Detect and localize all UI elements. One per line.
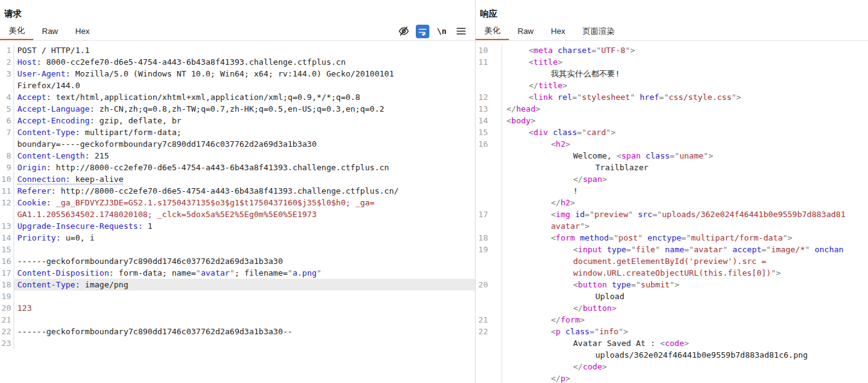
request-tab-raw[interactable]: Raw [33, 22, 67, 40]
code-row[interactable]: 14<body> [476, 115, 868, 126]
code-row[interactable]: 4Accept: text/html,application/xhtml+xml… [0, 91, 475, 103]
code-token: boundary=----geckoformboundary7c890dd174… [17, 139, 316, 149]
response-editor[interactable]: 10<meta charset="UTF-8">11<title>我其实什么都不… [476, 41, 868, 383]
code-row[interactable]: 14Priority: u=0, i [0, 232, 475, 244]
code-row[interactable]: 9Origin: http://8000-cc2efe70-d6e5-4754-… [0, 162, 475, 173]
code-row[interactable]: 18Content-Type: image/png [0, 279, 475, 290]
code-line-content: </button> [502, 302, 868, 314]
code-row[interactable]: 11Referer: http://8000-cc2efe70-d6e5-475… [0, 185, 475, 197]
code-line-content: Content-Disposition: form-data; name="av… [14, 267, 475, 279]
code-row[interactable]: 22------geckoformboundary7c890dd1746c037… [0, 326, 475, 337]
code-row[interactable]: 17Content-Disposition: form-data; name="… [0, 267, 475, 279]
code-token: Referer [17, 186, 51, 196]
code-token: div [534, 128, 548, 137]
code-row[interactable]: 17<img id="preview" src="uploads/362e024… [476, 208, 868, 220]
code-row[interactable]: GA1.1.2055634502.1748020108; _clck=5dox5… [0, 208, 475, 220]
request-tab-hex[interactable]: Hex [67, 22, 98, 40]
code-row[interactable]: 20123 [0, 302, 475, 314]
response-tab-hex[interactable]: Hex [542, 22, 574, 40]
code-token: : zh-CN,zh;q=0.8,zh-TW;q=0.7,zh-HK;q=0.5… [89, 104, 384, 113]
code-row[interactable]: 11<title> [476, 56, 868, 68]
code-row[interactable]: Firefox/144.0 [0, 80, 475, 91]
code-row[interactable]: 1POST / HTTP/1.1 [0, 44, 475, 56]
response-tabs: 美化RawHex页面渲染 [476, 22, 623, 40]
code-token: "> [703, 151, 713, 160]
code-token: avatar [551, 221, 580, 231]
code-token: : 215 [85, 151, 109, 160]
code-row[interactable]: 12<link rel="stylesheet" href="css/style… [476, 91, 868, 103]
code-row[interactable]: 7Content-Type: multipart/form-data; [0, 126, 475, 138]
code-row[interactable]: </button> [476, 302, 868, 314]
code-row[interactable]: 19<input type="file" name="avatar" accep… [476, 244, 868, 255]
code-token: </ [529, 81, 539, 90]
line-number [476, 173, 488, 185]
code-row[interactable]: Trailblazer [476, 162, 868, 173]
code-row[interactable]: boundary=----geckoformboundary7c890dd174… [0, 138, 475, 150]
code-row[interactable]: </p> [476, 373, 868, 383]
request-editor[interactable]: 1POST / HTTP/1.12Host: 8000-cc2efe70-d6e… [0, 41, 475, 349]
code-row[interactable]: 21</form> [476, 314, 868, 326]
response-tab-beautify[interactable]: 美化 [476, 22, 509, 40]
line-number: 18 [476, 232, 488, 244]
code-row[interactable]: 我其实什么都不要! [476, 68, 868, 80]
code-line-content: window.URL.createObjectURL(this.files[0]… [502, 267, 868, 279]
response-tab-render[interactable]: 页面渲染 [574, 22, 623, 40]
code-row[interactable]: window.URL.createObjectURL(this.files[0]… [476, 267, 868, 279]
code-row[interactable]: 10<meta charset="UTF-8"> [476, 44, 868, 56]
code-row[interactable]: 13Upgrade-Insecure-Requests: 1 [0, 220, 475, 232]
code-row[interactable]: 16------geckoformboundary7c890dd1746c037… [0, 255, 475, 267]
code-row[interactable]: 20<button type="submit"> [476, 279, 868, 290]
code-row[interactable]: document.getElementById('preview').src = [476, 255, 868, 267]
code-row[interactable]: 5Accept-Language: zh-CN,zh;q=0.8,zh-TW;q… [0, 103, 475, 115]
code-row[interactable]: Avatar Saved At : <code> [476, 337, 868, 349]
code-row[interactable]: 3User-Agent: Mozilla/5.0 (Windows NT 10.… [0, 68, 475, 80]
line-number: 15 [476, 126, 488, 138]
line-number: 22 [0, 326, 11, 337]
code-row[interactable]: </title> [476, 80, 868, 91]
code-row[interactable]: Welcome, <span class="uname"> [476, 150, 868, 162]
code-row[interactable]: </span> [476, 173, 868, 185]
code-token: post [619, 233, 638, 242]
code-row[interactable]: ! [476, 185, 868, 197]
code-token: button [578, 280, 607, 289]
code-token: "> [783, 233, 793, 242]
code-row[interactable]: 6Accept-Encoding: gzip, deflate, br [0, 115, 475, 126]
code-row[interactable]: 23 [0, 337, 475, 349]
code-row[interactable]: 10Connection: keep-alive [0, 173, 475, 185]
code-token: img [556, 210, 570, 219]
code-token: < [660, 339, 665, 348]
line-number [476, 150, 488, 162]
code-row[interactable]: 21 [0, 314, 475, 326]
code-row[interactable]: 13</head> [476, 103, 868, 115]
code-row[interactable]: 18<form method="post" enctype="multipart… [476, 232, 868, 244]
code-row[interactable]: Upload [476, 290, 868, 302]
code-token: Content-Disposition [17, 268, 109, 278]
menu-icon[interactable] [454, 25, 468, 38]
code-row[interactable]: </code> [476, 361, 868, 373]
code-row[interactable]: 8Content-Length: 215 [0, 150, 475, 162]
code-row[interactable]: avatar"> [476, 220, 868, 232]
hide-eye-icon[interactable] [397, 25, 410, 38]
code-row[interactable]: 12Cookie: _ga_BFDVYZJ3DE=GS2.1.s17504371… [0, 197, 475, 208]
request-tab-beautify[interactable]: 美化 [0, 22, 33, 40]
line-number: 16 [0, 255, 11, 267]
code-row[interactable]: 22<p class="info"> [476, 326, 868, 337]
code-row[interactable]: 15<div class="card"> [476, 126, 868, 138]
code-row[interactable]: uploads/362e024f46441b0e9559b7d883ad81c6… [476, 349, 868, 361]
newline-icon[interactable]: \n [435, 25, 448, 38]
code-token: Accept-Encoding [17, 116, 89, 125]
code-token: =" [585, 210, 595, 219]
code-token: " [805, 245, 815, 254]
code-row[interactable]: </h2> [476, 197, 868, 208]
code-token: =" [659, 93, 669, 102]
code-row[interactable]: 19 [0, 290, 475, 302]
code-token: avatar [200, 268, 229, 278]
request-panel: 请求 美化RawHex \n [0, 0, 476, 383]
code-row[interactable]: 15 [0, 244, 475, 255]
code-line-content: 我其实什么都不要! [502, 68, 868, 80]
code-token: 123 [17, 303, 31, 313]
code-row[interactable]: 2Host: 8000-cc2efe70-d6e5-4754-a443-6b43… [0, 56, 475, 68]
code-row[interactable]: 16<h2> [476, 138, 868, 150]
response-tab-raw[interactable]: Raw [509, 22, 542, 40]
word-wrap-icon[interactable] [416, 25, 429, 38]
